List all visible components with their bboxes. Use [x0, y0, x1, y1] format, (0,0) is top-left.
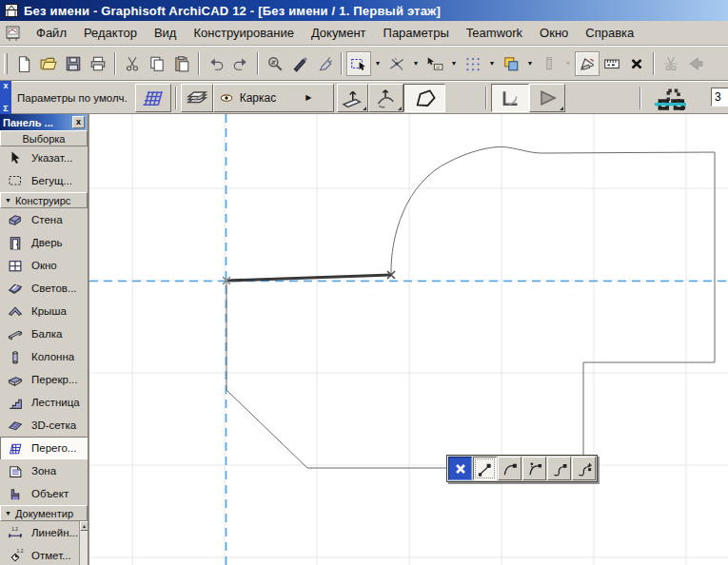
pet-arc-segment-button[interactable]: [498, 457, 521, 480]
redo-button[interactable]: [228, 51, 253, 76]
split-button[interactable]: [683, 51, 708, 76]
toolbox-window-tool[interactable]: Окно: [0, 254, 88, 277]
snap-guides-dropdown-icon[interactable]: ▼: [409, 51, 423, 76]
tool-label: Зона: [31, 465, 56, 477]
toolbox-level-dimension-tool[interactable]: 1.2Отмет...: [0, 544, 88, 565]
close-x-button[interactable]: [624, 51, 649, 76]
document-window-icon[interactable]: [5, 25, 22, 42]
menu-view[interactable]: Вид: [146, 23, 186, 43]
play-triangle-icon: [535, 87, 560, 109]
column-grid-button[interactable]: [537, 51, 561, 76]
toolbox-zone-tool[interactable]: Зона: [0, 459, 88, 482]
toolbox-column-tool[interactable]: Колонна: [0, 345, 88, 368]
cut-button[interactable]: [120, 51, 145, 76]
floor-plan-canvas[interactable]: [89, 114, 728, 565]
toolbox-door-tool[interactable]: Дверь: [0, 231, 88, 254]
title-bar[interactable]: Без имени - Graphisoft ArchiCAD 12 - [Бе…: [0, 0, 728, 21]
toolbox-slab-tool[interactable]: Перекр...: [0, 368, 88, 391]
menu-window[interactable]: Окно: [531, 23, 577, 43]
pickup-parameters-button[interactable]: [287, 51, 312, 76]
undo-button[interactable]: [204, 51, 228, 76]
menu-help[interactable]: Справка: [577, 23, 642, 43]
toolbox-mesh-tool[interactable]: 3D-сетка: [0, 414, 88, 437]
curtain-wall-icon: [5, 440, 26, 457]
menu-edit[interactable]: Редактор: [75, 23, 146, 43]
snap-grid-button[interactable]: [461, 51, 485, 76]
infobox-dock-strip[interactable]: x Σ: [0, 81, 11, 114]
toolbox-curtain-wall-tool[interactable]: Перего...: [0, 437, 88, 459]
find-select-button[interactable]: [263, 51, 287, 76]
copy-button[interactable]: [145, 51, 169, 76]
curtain-grid-icon: [141, 87, 166, 109]
toolbox-design-header[interactable]: ▼Конструирс: [0, 192, 88, 208]
infobox-collapse-icon[interactable]: Σ: [3, 105, 8, 113]
skylight-icon: [5, 281, 26, 297]
open-folder-button[interactable]: [36, 51, 61, 76]
toolbox-pointer-tool[interactable]: Указат...: [0, 146, 88, 169]
geometry-straight-button[interactable]: [337, 84, 368, 112]
geometry-polygon-button[interactable]: [403, 84, 445, 112]
segments-input[interactable]: [711, 88, 728, 107]
column-grid-dropdown-icon[interactable]: ▼: [561, 51, 575, 76]
floor-plan-drawing: [89, 114, 728, 565]
tool-label: Светов...: [31, 282, 77, 294]
section-collapse-icon: ▼: [5, 510, 11, 516]
guide-lines-button[interactable]: [645, 84, 689, 112]
pet-arc-by-point-button[interactable]: [522, 457, 546, 480]
pet-spline-by-center-button[interactable]: [572, 457, 596, 480]
save-button[interactable]: [61, 51, 86, 76]
toolbox-close-icon[interactable]: x: [72, 116, 85, 128]
toolbox-title: Панель ...: [3, 117, 53, 128]
trim-button[interactable]: [659, 51, 683, 76]
layers-dropdown-icon[interactable]: ▼: [523, 51, 537, 76]
snap-guides-button[interactable]: [384, 51, 409, 76]
beam-icon: [5, 326, 26, 342]
marquee-button[interactable]: [346, 51, 371, 76]
toolbar-grip[interactable]: [4, 53, 8, 74]
measure-ruler-button[interactable]: [600, 51, 624, 76]
toolbox-selection-header[interactable]: Выборка: [0, 130, 88, 146]
structure-display-combo[interactable]: Каркас ▶: [213, 84, 334, 112]
menu-options[interactable]: Параметры: [375, 23, 458, 43]
curtain-wall-settings-button[interactable]: [135, 84, 171, 112]
toolbox-beam-tool[interactable]: Балка: [0, 322, 88, 345]
toolbox-scrollbar[interactable]: ▲: [79, 521, 88, 565]
element-info-button[interactable]: [423, 51, 447, 76]
axonometry-button[interactable]: [575, 51, 600, 76]
column-icon: [5, 349, 26, 365]
pet-cancel-button[interactable]: [448, 457, 472, 480]
toolbox-marquee-tool[interactable]: Бегущ...: [0, 169, 88, 192]
pet-straight-segment-button[interactable]: [473, 457, 497, 480]
new-document-button[interactable]: [11, 51, 36, 76]
scroll-up-icon[interactable]: ▲: [80, 521, 89, 531]
toolbox-linear-dimension-tool[interactable]: 1.2Линейн...: [0, 521, 88, 544]
tool-label: Линейн...: [31, 527, 78, 538]
menu-teamwork[interactable]: Teamwork: [458, 23, 531, 43]
geometry-curved-button[interactable]: [368, 84, 403, 112]
element-info-dropdown-icon[interactable]: ▼: [447, 51, 461, 76]
toolbox-object-tool[interactable]: Объект: [0, 482, 88, 505]
toolbox-skylight-tool[interactable]: Светов...: [0, 277, 88, 300]
menu-document[interactable]: Документ: [303, 23, 375, 43]
marquee-dropdown-icon[interactable]: ▼: [371, 51, 384, 76]
default-params-label: Параметры по умолч.: [11, 92, 135, 104]
paste-button[interactable]: [169, 51, 194, 76]
menu-file[interactable]: Файл: [28, 23, 75, 43]
toolbox-document-header[interactable]: ▼Документир: [0, 505, 88, 521]
wall-reference-line-button[interactable]: [491, 84, 529, 112]
layers-button[interactable]: [181, 84, 213, 112]
infobox-close-icon[interactable]: x: [3, 82, 8, 90]
toolbar-separator: [198, 52, 200, 75]
print-button[interactable]: [86, 51, 110, 76]
wall-direction-button[interactable]: [529, 84, 565, 112]
toolbox-wall-tool[interactable]: Стена: [0, 208, 88, 231]
layers-button[interactable]: [499, 51, 523, 76]
snap-grid-dropdown-icon[interactable]: ▼: [485, 51, 499, 76]
toolbox-title-bar[interactable]: Панель ... x: [0, 114, 88, 130]
pet-palette: [446, 455, 598, 482]
menu-design[interactable]: Конструирование: [185, 23, 302, 43]
toolbox-stair-tool[interactable]: Лестница: [0, 391, 88, 414]
pet-spline-segment-button[interactable]: [547, 457, 571, 480]
toolbox-roof-tool[interactable]: Крыша: [0, 300, 88, 322]
inject-parameters-button[interactable]: [312, 51, 337, 76]
